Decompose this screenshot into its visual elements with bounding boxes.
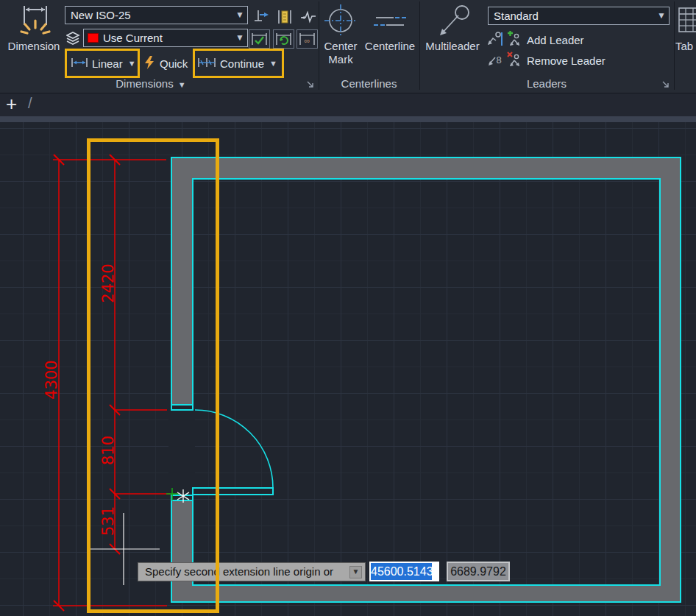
- remove-leader-label: Remove Leader: [527, 54, 606, 67]
- remove-leader-icon: [505, 52, 523, 70]
- dim-style-value: New ISO-25: [71, 7, 131, 24]
- layer-color-swatch: [88, 33, 99, 43]
- svg-text:∞: ∞: [305, 36, 310, 45]
- multileader-label: Multileader: [419, 40, 486, 52]
- panel-expand-icon[interactable]: [661, 79, 670, 91]
- add-leader-label: Add Leader: [527, 34, 584, 46]
- panel-separator: [674, 1, 675, 90]
- quick-button-label: Quick: [160, 57, 188, 70]
- layers-icon[interactable]: [66, 31, 82, 48]
- dim-layer-value: Use Current: [103, 29, 163, 46]
- align-leaders-icon[interactable]: [486, 31, 504, 49]
- dimensions-panel-label[interactable]: Dimensions ▼: [103, 77, 199, 91]
- chevron-down-icon[interactable]: ▼: [234, 29, 246, 46]
- quick-dimension-icon: [143, 56, 156, 71]
- linear-highlight-box: [65, 49, 140, 78]
- dimension-icon: [19, 3, 52, 42]
- dimension-button-label: Dimension: [4, 40, 63, 52]
- centerline-icon: [373, 12, 407, 35]
- svg-text:8: 8: [496, 54, 501, 66]
- dimension-button[interactable]: Dimension: [4, 1, 63, 75]
- center-mark-icon: [324, 4, 358, 42]
- centerlines-panel-label: Centerlines: [319, 77, 419, 91]
- multileader-button[interactable]: Multileader: [421, 1, 484, 75]
- dim-layer-combo[interactable]: Use Current ▼: [83, 29, 248, 47]
- dynamic-input-y-value: 6689.9792: [450, 565, 506, 578]
- dim-adjust-space-icon[interactable]: [250, 7, 271, 26]
- centerline-button[interactable]: Centerline: [362, 1, 418, 75]
- leader-style-value: Standard: [494, 7, 539, 24]
- chevron-down-icon[interactable]: ▼: [656, 7, 667, 24]
- continue-highlight-box: [193, 49, 284, 78]
- dim-associative-icon[interactable]: ∞: [296, 29, 318, 49]
- quick-dimension-button[interactable]: Quick: [143, 53, 188, 74]
- dynamic-input-x-value: 45600.5143: [371, 563, 432, 580]
- dynamic-input-x-field[interactable]: 45600.5143: [369, 562, 439, 581]
- ribbon: Dimension New ISO-25 ▼ Use Current ▼: [0, 0, 696, 93]
- table-icon: [678, 7, 696, 36]
- dim-style-combo[interactable]: New ISO-25 ▼: [65, 6, 248, 24]
- dim-text-total: 4300: [43, 360, 60, 399]
- centerline-label: Centerline: [362, 40, 418, 52]
- table-button[interactable]: Tab: [677, 1, 696, 75]
- dim-update-icon[interactable]: [274, 7, 295, 26]
- tooltip-options-icon[interactable]: ▼: [349, 566, 362, 578]
- collect-leaders-icon[interactable]: 8: [486, 52, 504, 70]
- center-mark-button[interactable]: Center Mark: [321, 1, 361, 75]
- remove-leader-button[interactable]: Remove Leader: [505, 50, 606, 71]
- center-mark-label-1: Center: [318, 40, 363, 52]
- add-leader-icon: [505, 31, 523, 49]
- table-label: Tab: [675, 40, 696, 52]
- dim-sync-icon[interactable]: [273, 29, 294, 49]
- pencil-slash-icon[interactable]: /: [28, 95, 32, 112]
- chevron-down-icon: ▼: [178, 80, 186, 89]
- new-drawing-plus-icon[interactable]: +: [6, 93, 17, 116]
- dynamic-input-y-field[interactable]: 6689.9792: [447, 562, 510, 581]
- leader-style-combo[interactable]: Standard ▼: [488, 7, 670, 25]
- dim-jog-line-icon[interactable]: [297, 7, 319, 26]
- add-leader-button[interactable]: Add Leader: [505, 29, 584, 50]
- dim-reassociate-icon[interactable]: [249, 29, 270, 49]
- dimension-highlight-box: [87, 138, 219, 613]
- panel-expand-icon[interactable]: [306, 79, 315, 91]
- center-mark-label-2: Mark: [318, 53, 363, 66]
- canvas-top-strip: [0, 116, 696, 122]
- leaders-panel-label: Leaders: [486, 77, 608, 91]
- chevron-down-icon[interactable]: ▼: [234, 7, 246, 24]
- drawing-tab-bar: + /: [0, 93, 696, 116]
- multileader-icon: [434, 4, 471, 40]
- drawing-canvas[interactable]: 4300 2420 810 531 Specify second extensi…: [0, 122, 696, 616]
